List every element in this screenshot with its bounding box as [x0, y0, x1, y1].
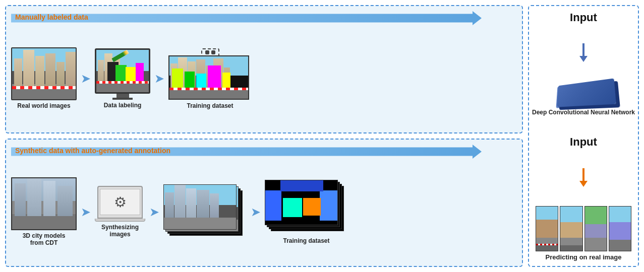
city-3d-label: 3D city models from CDT — [23, 232, 66, 246]
result-group: Predicting on real image — [536, 206, 631, 261]
input-label-top: Input — [570, 11, 597, 24]
arrow-head-1 — [579, 56, 588, 62]
top-section: Manually labeled data — [5, 5, 523, 133]
laptop-base — [95, 219, 145, 222]
arrow-shaft-1 — [582, 43, 584, 56]
result-image-1 — [536, 206, 558, 251]
laptop: ⚙ — [97, 186, 143, 219]
seg-stack-group: Training dataset — [265, 180, 348, 244]
input-label-bottom: Input — [570, 135, 597, 149]
result-image-2 — [560, 206, 582, 251]
real-world-image-box — [11, 47, 77, 100]
real-world-images-label: Real world images — [17, 102, 70, 109]
arrow-2-bottom — [149, 205, 159, 219]
synth-stack-group — [163, 184, 247, 240]
synthesizing-group: ⚙ Synthesizing images — [95, 186, 145, 238]
arrow-2-top — [154, 72, 164, 86]
cnn-box — [557, 78, 616, 107]
result-image-4 — [609, 206, 631, 251]
synth-stack — [163, 184, 247, 240]
data-labeling-monitor — [95, 48, 150, 94]
training-dataset-group-top: Training dataset — [168, 47, 252, 109]
seg-stack — [265, 180, 348, 235]
arrow-1-top — [81, 72, 91, 86]
synthesizing-label: Synthesizing images — [101, 224, 139, 238]
training-dataset-label-bottom: Training dataset — [283, 237, 329, 244]
arrow-down-to-result — [579, 168, 588, 187]
cnn-group: Deep Convolutional Neural Network — [532, 82, 635, 117]
cnn-label: Deep Convolutional Neural Network — [532, 109, 635, 117]
training-dataset-label-top: Training dataset — [187, 102, 233, 109]
city-3d-group: 3D city models from CDT — [11, 177, 77, 246]
result-images — [536, 206, 631, 251]
predict-label: Predicting on real image — [546, 253, 622, 261]
laptop-screen: ⚙ — [100, 189, 140, 215]
arrow-head-2 — [579, 181, 588, 187]
right-panel: Input Deep Convolutional Neural Network … — [528, 5, 639, 267]
city-3d-box — [11, 177, 77, 230]
result-image-3 — [584, 206, 607, 251]
bottom-section: Synthetic data with auto-generated annot… — [5, 139, 523, 267]
data-labeling-group: Data labeling — [95, 48, 150, 109]
left-panel: Manually labeled data — [5, 5, 523, 267]
arrow-3-bottom — [251, 205, 261, 219]
gear-icon: ⚙ — [114, 194, 127, 211]
arrow-1-bottom — [81, 205, 91, 219]
real-world-images-group: Real world images — [11, 47, 77, 109]
arrow-down-to-cnn — [579, 43, 588, 62]
data-labeling-label: Data labeling — [104, 102, 142, 109]
bottom-section-title: Synthetic data with auto-generated annot… — [15, 147, 170, 155]
arrow-shaft-2 — [582, 168, 584, 181]
top-section-title: Manually labeled data — [15, 13, 88, 21]
